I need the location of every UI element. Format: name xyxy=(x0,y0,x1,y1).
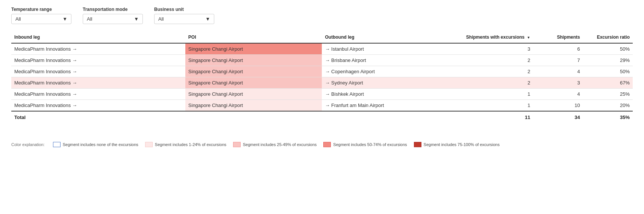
total-label: Total xyxy=(11,111,459,123)
excursion-ratio-cell: 29% xyxy=(583,55,633,66)
business-unit-label: Business unit xyxy=(154,7,214,12)
legend-item-medium: Segment includes 25-49% of excursions xyxy=(233,142,317,147)
poi-cell: Singapore Changi Airport xyxy=(185,43,322,55)
shipments-with-excursions-cell: 1 xyxy=(459,89,533,100)
legend-item-darkest: Segment includes 75-100% of excursions xyxy=(414,142,500,147)
shipments-with-excursions-cell: 2 xyxy=(459,55,533,66)
legend-title: Color explanation: xyxy=(11,142,45,147)
shipments-with-excursions-cell: 2 xyxy=(459,66,533,77)
col-header-excursion-ratio: Excursion ratio xyxy=(583,32,633,43)
poi-cell: Singapore Changi Airport xyxy=(185,100,322,112)
table-header-row: Inbound leg POI Outbound leg Shipments w… xyxy=(11,32,633,43)
inbound-leg-cell: MedicaPharm Innovations → xyxy=(11,89,185,100)
transportation-mode-select[interactable]: All ▼ xyxy=(83,14,143,24)
filters-row: Temperature range All ▼ Transportation m… xyxy=(11,7,633,24)
transportation-mode-label: Transportation mode xyxy=(83,7,143,12)
total-excursion-ratio: 35% xyxy=(583,111,633,123)
excursion-ratio-cell: 20% xyxy=(583,100,633,112)
temperature-range-value: All xyxy=(15,16,21,22)
table-row: MedicaPharm Innovations →Singapore Chang… xyxy=(11,55,633,66)
poi-cell: Singapore Changi Airport xyxy=(185,89,322,100)
col-header-inbound-leg: Inbound leg xyxy=(11,32,185,43)
page-container: Temperature range All ▼ Transportation m… xyxy=(0,0,644,158)
transportation-mode-value: All xyxy=(87,16,92,22)
shipments-cell: 10 xyxy=(533,100,583,112)
business-unit-filter: Business unit All ▼ xyxy=(154,7,214,24)
col-header-shipments: Shipments xyxy=(533,32,583,43)
temperature-range-filter: Temperature range All ▼ xyxy=(11,7,71,24)
business-unit-select[interactable]: All ▼ xyxy=(154,14,214,24)
shipments-cell: 3 xyxy=(533,77,583,89)
legend-color-medium xyxy=(233,142,241,147)
inbound-leg-cell: MedicaPharm Innovations → xyxy=(11,43,185,55)
legend-label-none: Segment includes none of the excursions xyxy=(63,142,138,147)
legend-label-medium: Segment includes 25-49% of excursions xyxy=(243,142,317,147)
outbound-leg-cell: → Bishkek Airport xyxy=(322,89,459,100)
legend-item-none: Segment includes none of the excursions xyxy=(53,142,138,147)
inbound-leg-cell: MedicaPharm Innovations → xyxy=(11,66,185,77)
chevron-down-icon: ▼ xyxy=(205,16,210,22)
total-shipments-with-excursions: 11 xyxy=(459,111,533,123)
outbound-leg-cell: → Copenhagen Airport xyxy=(322,66,459,77)
table-row: MedicaPharm Innovations →Singapore Chang… xyxy=(11,43,633,55)
shipments-cell: 7 xyxy=(533,55,583,66)
total-shipments: 34 xyxy=(533,111,583,123)
legend-color-light xyxy=(145,142,153,147)
poi-cell: Singapore Changi Airport xyxy=(185,66,322,77)
poi-cell: Singapore Changi Airport xyxy=(185,55,322,66)
transportation-mode-filter: Transportation mode All ▼ xyxy=(83,7,143,24)
table-total-row: Total 11 34 35% xyxy=(11,111,633,123)
legend-color-darkest xyxy=(414,142,421,147)
temperature-range-select[interactable]: All ▼ xyxy=(11,14,71,24)
legend-color-dark xyxy=(323,142,331,147)
col-header-shipments-with-excursions[interactable]: Shipments with excursions ▼ xyxy=(459,32,533,43)
shipments-with-excursions-cell: 1 xyxy=(459,100,533,112)
sort-icon: ▼ xyxy=(527,36,530,39)
business-unit-value: All xyxy=(158,16,164,22)
col-header-poi: POI xyxy=(185,32,322,43)
outbound-leg-cell: → Franfurt am Main Airport xyxy=(322,100,459,112)
outbound-leg-cell: → Brisbane Airport xyxy=(322,55,459,66)
outbound-leg-cell: → Istanbul Airport xyxy=(322,43,459,55)
shipments-cell: 4 xyxy=(533,66,583,77)
excursion-ratio-cell: 50% xyxy=(583,43,633,55)
legend: Color explanation: Segment includes none… xyxy=(11,142,633,151)
inbound-leg-cell: MedicaPharm Innovations → xyxy=(11,100,185,112)
table-row: MedicaPharm Innovations →Singapore Chang… xyxy=(11,77,633,89)
chevron-down-icon: ▼ xyxy=(62,16,67,22)
table-row: MedicaPharm Innovations →Singapore Chang… xyxy=(11,100,633,112)
inbound-leg-cell: MedicaPharm Innovations → xyxy=(11,77,185,89)
data-table: Inbound leg POI Outbound leg Shipments w… xyxy=(11,32,633,123)
temperature-range-label: Temperature range xyxy=(11,7,71,12)
shipments-cell: 4 xyxy=(533,89,583,100)
inbound-leg-cell: MedicaPharm Innovations → xyxy=(11,55,185,66)
shipments-cell: 6 xyxy=(533,43,583,55)
legend-item-dark: Segment includes 50-74% of excursions xyxy=(323,142,407,147)
col-header-outbound-leg: Outbound leg xyxy=(322,32,459,43)
poi-cell: Singapore Changi Airport xyxy=(185,77,322,89)
shipments-with-excursions-cell: 3 xyxy=(459,43,533,55)
legend-label-light: Segment includes 1-24% of excursions xyxy=(155,142,226,147)
excursion-ratio-cell: 25% xyxy=(583,89,633,100)
legend-item-light: Segment includes 1-24% of excursions xyxy=(145,142,226,147)
excursion-ratio-cell: 67% xyxy=(583,77,633,89)
chevron-down-icon: ▼ xyxy=(134,16,139,22)
table-row: MedicaPharm Innovations →Singapore Chang… xyxy=(11,89,633,100)
legend-label-darkest: Segment includes 75-100% of excursions xyxy=(424,142,500,147)
excursion-ratio-cell: 50% xyxy=(583,66,633,77)
table-row: MedicaPharm Innovations →Singapore Chang… xyxy=(11,66,633,77)
outbound-leg-cell: → Sydney Airport xyxy=(322,77,459,89)
legend-label-dark: Segment includes 50-74% of excursions xyxy=(333,142,407,147)
shipments-with-excursions-cell: 2 xyxy=(459,77,533,89)
legend-color-none xyxy=(53,142,61,147)
